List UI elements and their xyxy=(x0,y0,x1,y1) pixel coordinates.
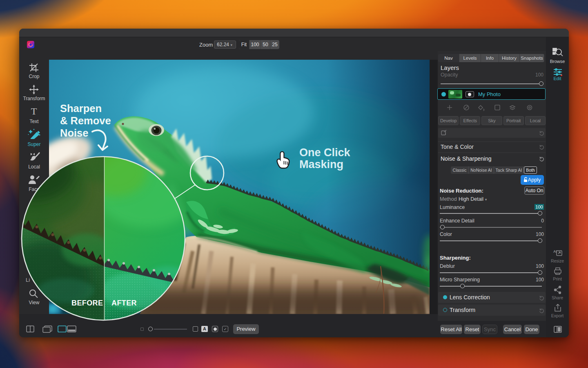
svg-text:& Remove: & Remove xyxy=(60,115,111,126)
svg-text:AFTER: AFTER xyxy=(111,299,137,307)
svg-text:Noise: Noise xyxy=(60,127,88,139)
svg-text:One Click: One Click xyxy=(299,146,351,159)
svg-text:Masking: Masking xyxy=(299,158,343,171)
svg-text:BEFORE: BEFORE xyxy=(71,299,103,307)
svg-text:T: T xyxy=(31,106,37,117)
svg-text:Sharpen: Sharpen xyxy=(60,103,102,114)
